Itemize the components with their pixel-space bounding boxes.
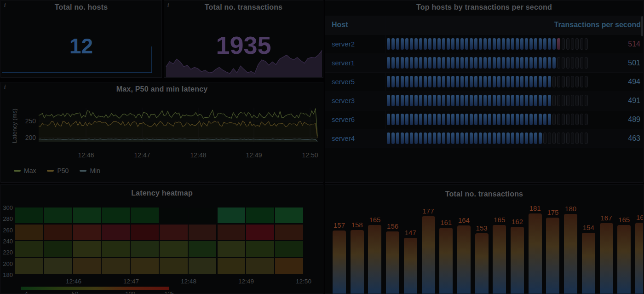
scrollbar-thumb[interactable]: [641, 16, 643, 36]
gauge-segment: [419, 95, 422, 106]
y-tick-label: 280: [1, 215, 13, 222]
column-header-host[interactable]: Host: [332, 16, 348, 34]
gauge-segment: [424, 133, 427, 144]
panel-title[interactable]: Top hosts by transactions per second: [325, 3, 643, 12]
gauge-segment: [552, 57, 556, 69]
gauge-segment: [405, 114, 408, 125]
heatmap-cell: [73, 225, 101, 240]
gauge-segment: [571, 114, 574, 125]
legend-item[interactable]: Max: [14, 167, 36, 174]
gauge-segment: [447, 95, 450, 106]
gauge-segment: [401, 57, 404, 69]
panel-title[interactable]: Total no. transactions: [325, 190, 643, 198]
value-cell: 463: [628, 129, 640, 148]
gauge-segment: [414, 114, 418, 125]
latency-legend: MaxP50Min: [14, 167, 107, 174]
heatmap-cell: [275, 208, 303, 223]
gauge-segment: [405, 76, 408, 87]
gauge-segment: [447, 114, 450, 125]
gauge-segment: [548, 114, 551, 125]
heatmap-cell: [275, 225, 303, 240]
gauge-segment: [571, 133, 574, 144]
bar: [386, 231, 399, 294]
gauge-segment: [539, 38, 542, 50]
host-link[interactable]: server1: [332, 53, 355, 72]
gauge-segment: [493, 114, 496, 125]
gauge-segment: [451, 57, 454, 69]
gauge-segment: [506, 114, 510, 125]
heatmap-cell: [15, 241, 43, 257]
host-link[interactable]: server3: [332, 91, 355, 110]
gauge-segment: [460, 57, 464, 69]
gauge-segment: [414, 57, 418, 69]
gauge-segment: [562, 133, 565, 144]
gauge-segment: [539, 133, 542, 144]
gauge-segment: [424, 38, 427, 50]
x-tick-label: 12:46: [66, 278, 81, 285]
host-link[interactable]: server5: [332, 72, 355, 91]
gauge-segment: [516, 114, 519, 125]
host-link[interactable]: server6: [332, 110, 355, 129]
gauge-segment: [479, 133, 482, 144]
bar-gauge: [387, 57, 589, 69]
gauge-segment: [391, 133, 395, 144]
gauge-segment: [474, 38, 477, 50]
gauge-segment: [447, 76, 450, 87]
heatmap-cell: [73, 241, 101, 257]
gauge-segment: [479, 114, 482, 125]
gauge-segment: [442, 95, 445, 106]
heatmap-cell: [160, 208, 188, 223]
heatmap-cell: [189, 208, 217, 223]
gauge-segment: [529, 114, 533, 125]
gauge-segment: [580, 38, 583, 50]
gauge-segment: [483, 76, 487, 87]
panel-transactions-bars: Total no. transactions 15715816515614717…: [325, 184, 644, 294]
gauge-segment: [525, 38, 528, 50]
host-link[interactable]: server4: [332, 129, 355, 148]
y-tick-label: 250: [19, 117, 36, 125]
legend-item[interactable]: P50: [47, 167, 69, 174]
column-header-tps[interactable]: Transactions per second: [554, 16, 641, 34]
gauge-segment: [529, 95, 533, 106]
gauge-segment: [465, 38, 468, 50]
gauge-segment: [502, 95, 505, 106]
gauge-segment: [483, 133, 487, 144]
host-link[interactable]: server2: [332, 35, 355, 53]
gauge-segment: [424, 114, 427, 125]
table-row: server6489: [325, 110, 643, 129]
gauge-segment: [433, 76, 436, 87]
gauge-segment: [470, 133, 473, 144]
gauge-segment: [401, 95, 404, 106]
bar: [439, 228, 453, 294]
gauge-segment: [488, 133, 491, 144]
heatmap-cell: [275, 258, 303, 274]
stat-value-transactions: 1935: [164, 31, 323, 59]
gauge-segment: [405, 57, 408, 69]
gauge-segment: [474, 57, 477, 69]
value-cell: 501: [628, 53, 640, 72]
gauge-segment: [548, 133, 551, 144]
gauge-segment: [543, 76, 546, 87]
panel-title[interactable]: Latency heatmap: [1, 189, 323, 197]
gauge-segment: [580, 57, 583, 69]
gauge-segment: [410, 38, 413, 50]
gauge-segment: [575, 133, 579, 144]
gauge-segment: [516, 57, 519, 69]
gauge-segment: [506, 57, 510, 69]
legend-item[interactable]: Min: [80, 167, 100, 174]
gauge-segment: [447, 133, 450, 144]
gauge-segment: [506, 133, 510, 144]
gauge-segment: [571, 57, 574, 69]
gauge-segment: [387, 76, 390, 87]
heatmap-cell: [246, 208, 274, 223]
gauge-segment: [543, 114, 546, 125]
heatmap-cell: [131, 258, 159, 274]
gauge-segment: [557, 133, 560, 144]
gauge-segment: [483, 114, 487, 125]
legend-label: Max: [24, 167, 36, 174]
gauge-segment: [497, 38, 500, 50]
gauge-segment: [566, 76, 569, 87]
x-tick-label: 12:46: [78, 151, 94, 159]
y-tick-label: 260: [1, 227, 13, 234]
gauge-segment: [391, 95, 395, 106]
